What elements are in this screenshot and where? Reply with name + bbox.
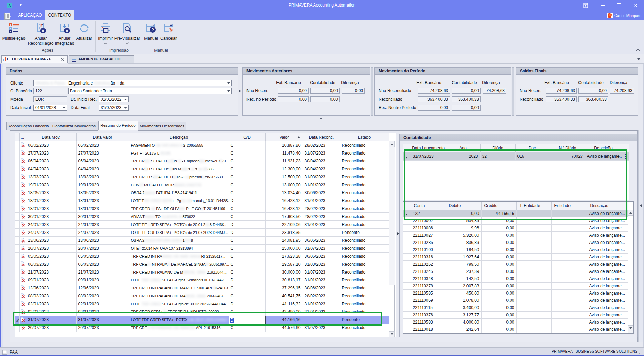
svg-text:?: ? [151,27,154,32]
